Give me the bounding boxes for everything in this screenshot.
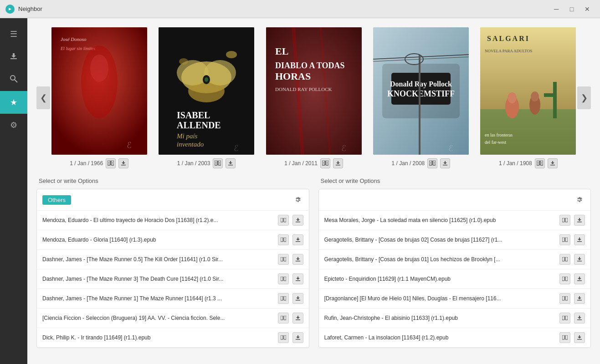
- svg-text:ALLENDE: ALLENDE: [177, 120, 221, 130]
- list-item-text: [Dragonlance] [El Muro de Hielo 01] Nile…: [324, 295, 556, 302]
- book-read-button[interactable]: [427, 158, 437, 168]
- svg-rect-110: [577, 261, 582, 262]
- window-controls: ─ □ ✕: [549, 3, 595, 15]
- book-download-button[interactable]: [440, 158, 450, 168]
- book-date: 1 / Jan / 1908: [499, 160, 532, 167]
- book-read-button[interactable]: [320, 158, 330, 168]
- list-item-download-button[interactable]: [292, 254, 303, 265]
- book-carousel: ❮ José Donoso: [36, 27, 591, 168]
- lists-row: Others Mendoza, Eduardo - El ultimo tray…: [36, 189, 591, 348]
- svg-rect-113: [577, 280, 582, 281]
- svg-line-4: [15, 80, 17, 82]
- left-options-label: Select or write Options: [36, 177, 309, 184]
- list-item-text: Mendoza, Eduardo - Gloria [11640] (r1.3)…: [42, 237, 274, 243]
- list-item: Dashner, James - [The Maze Runner 1] The…: [37, 289, 309, 308]
- book-item: EL DIABLO A TODAS HORAS DONALD RAY POLLO…: [265, 27, 363, 168]
- list-item-read-button[interactable]: [278, 234, 289, 245]
- svg-rect-51: [391, 73, 451, 105]
- svg-rect-108: [562, 257, 564, 261]
- list-item-read-button[interactable]: [559, 234, 570, 245]
- book-date: 1 / Jan / 1966: [70, 160, 103, 167]
- menu-icon: ☰: [10, 29, 17, 39]
- list-item-read-button[interactable]: [278, 273, 289, 284]
- list-item-read-button[interactable]: [278, 215, 289, 226]
- svg-rect-118: [565, 316, 568, 320]
- list-item-read-button[interactable]: [278, 293, 289, 304]
- list-item-download-button[interactable]: [574, 273, 585, 284]
- svg-point-71: [531, 91, 539, 101]
- svg-rect-63: [443, 165, 447, 166]
- book-read-button[interactable]: [213, 158, 223, 168]
- list-item-text: Dashner, James - [The Maze Runner 1] The…: [42, 295, 274, 302]
- list-item-download-button[interactable]: [574, 293, 585, 304]
- carousel-prev-button[interactable]: ❮: [36, 86, 50, 109]
- list-item-download-button[interactable]: [292, 273, 303, 284]
- right-panel-settings-button[interactable]: [573, 194, 585, 206]
- svg-text:ℰ: ℰ: [234, 144, 239, 153]
- star-icon: ★: [10, 97, 17, 107]
- svg-text:Mi país: Mi país: [176, 132, 198, 140]
- title-bar: Neighbor ─ □ ✕: [0, 0, 600, 18]
- list-item-read-button[interactable]: [278, 332, 289, 343]
- svg-rect-103: [565, 218, 568, 222]
- svg-rect-65: [480, 109, 576, 155]
- maximize-button[interactable]: □: [564, 3, 579, 15]
- list-item-read-button[interactable]: [559, 215, 570, 226]
- svg-text:NOVELA PARA ADULTOS: NOVELA PARA ADULTOS: [485, 49, 532, 53]
- svg-text:en las fronteras: en las fronteras: [485, 132, 513, 137]
- svg-rect-104: [577, 222, 582, 222]
- svg-text:ISABEL: ISABEL: [177, 110, 210, 120]
- book-download-button[interactable]: [118, 158, 128, 168]
- sidebar-item-settings[interactable]: ⚙: [0, 114, 27, 136]
- list-item-download-button[interactable]: [292, 313, 303, 324]
- list-item-text: Geragotelis, Brittany - [Cosas de brujas…: [324, 237, 556, 243]
- book-download-button[interactable]: [548, 158, 558, 168]
- sidebar-item-search[interactable]: [0, 68, 27, 91]
- svg-rect-100: [284, 335, 286, 339]
- left-panel-settings-button[interactable]: [292, 194, 303, 206]
- svg-rect-34: [228, 165, 233, 166]
- sidebar-item-favorites[interactable]: ★: [0, 91, 27, 114]
- list-item-text: Dick, Philip K. - Ir tirando [11649] (r1…: [42, 334, 274, 341]
- list-item-download-button[interactable]: [292, 332, 303, 343]
- left-list-panel: Others Mendoza, Eduardo - El ultimo tray…: [36, 189, 309, 348]
- list-item-read-button[interactable]: [278, 313, 289, 324]
- book-download-button[interactable]: [226, 158, 236, 168]
- list-item-read-button[interactable]: [559, 332, 570, 343]
- svg-text:SALGARI: SALGARI: [487, 35, 530, 42]
- svg-rect-83: [296, 222, 300, 222]
- book-download-button[interactable]: [333, 158, 343, 168]
- list-item-download-button[interactable]: [574, 313, 585, 324]
- list-item-read-button[interactable]: [559, 254, 570, 265]
- list-item-download-button[interactable]: [574, 332, 585, 343]
- list-item-read-button[interactable]: [559, 293, 570, 304]
- book-read-button[interactable]: [535, 158, 545, 168]
- book-read-button[interactable]: [106, 158, 116, 168]
- list-item-download-button[interactable]: [574, 234, 585, 245]
- svg-rect-91: [284, 277, 286, 281]
- search-icon: [9, 74, 18, 86]
- svg-rect-86: [296, 241, 300, 242]
- list-item-download-button[interactable]: [292, 215, 303, 226]
- svg-rect-2: [10, 58, 17, 59]
- minimize-button[interactable]: ─: [549, 3, 564, 15]
- sidebar-item-menu[interactable]: ☰: [0, 23, 27, 46]
- right-list-panel: Mesa Morales, Jorge - La soledad mata en…: [318, 189, 591, 348]
- svg-rect-112: [565, 277, 568, 281]
- carousel-next-button[interactable]: ❯: [577, 86, 591, 109]
- app-title: Neighbor: [18, 5, 549, 12]
- list-item-download-button[interactable]: [292, 293, 303, 304]
- list-item-read-button[interactable]: [278, 254, 289, 265]
- sidebar-item-download[interactable]: [0, 46, 27, 68]
- app-icon: [5, 5, 15, 14]
- svg-rect-15: [121, 165, 126, 166]
- close-button[interactable]: ✕: [580, 3, 595, 15]
- list-item-text: Mesa Morales, Jorge - La soledad mata en…: [324, 217, 556, 223]
- list-item: Dashner, James - [The Maze Runner 0.5] T…: [37, 250, 309, 269]
- list-item-read-button[interactable]: [559, 273, 570, 284]
- list-item-download-button[interactable]: [574, 254, 585, 265]
- list-item-download-button[interactable]: [574, 215, 585, 226]
- svg-rect-109: [565, 257, 568, 261]
- list-item-download-button[interactable]: [292, 234, 303, 245]
- list-item-read-button[interactable]: [559, 313, 570, 324]
